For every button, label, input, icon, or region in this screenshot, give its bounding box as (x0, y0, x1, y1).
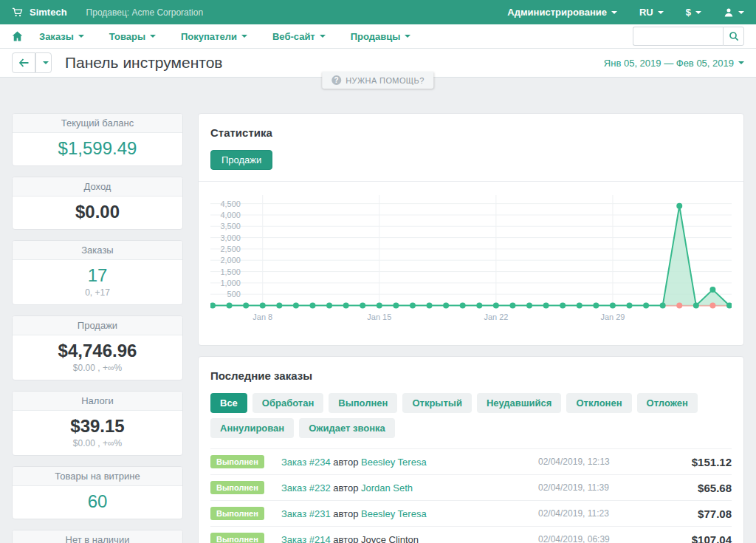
chart-toolbar: Продажи (199, 150, 743, 182)
chevron-down-icon (695, 11, 701, 14)
nav-item-website[interactable]: Веб-сайт (272, 31, 326, 42)
language-menu[interactable]: RU (639, 7, 664, 18)
order-list: ВыполненЗаказ #234 автор Beesley Teresa0… (210, 448, 732, 543)
nav-item-label: Веб-сайт (272, 31, 315, 42)
stat-card-subvalue: $0.00 , +∞% (18, 438, 176, 448)
stat-card-body: $4,746.96$0.00 , +∞% (13, 335, 182, 380)
date-range-selector[interactable]: Янв 05, 2019 — Фев 05, 2019 (604, 58, 744, 69)
user-icon (724, 7, 734, 17)
stat-card-value: 60 (18, 491, 176, 512)
stat-card-title: Нет в наличии (13, 530, 182, 543)
order-description: Заказ #232 автор Jordan Seth (281, 482, 518, 494)
nav-item-label: Заказы (39, 31, 74, 42)
sales-line-chart: 5001,0001,5002,0002,5003,0003,5004,0004,… (210, 189, 732, 333)
order-date: 02/04/2019, 11:39 (518, 482, 647, 493)
order-description: Заказ #214 автор Joyce Clinton (281, 534, 518, 543)
back-button[interactable] (12, 52, 35, 73)
home-button[interactable] (12, 31, 23, 41)
nav-item-label: Продавцы (351, 31, 401, 42)
stat-card: Заказы170, +17 (12, 240, 183, 305)
order-link[interactable]: Заказ #234 (281, 457, 331, 468)
back-button-group (12, 52, 52, 73)
stat-card: Налоги$39.15$0.00 , +∞% (12, 391, 183, 456)
chevron-down-icon (738, 11, 744, 14)
filter-open[interactable]: Открытый (402, 393, 472, 413)
nav-item-customers[interactable]: Покупатели (181, 31, 247, 42)
filter-awaiting-call[interactable]: Ожидает звонка (299, 418, 395, 438)
stat-card-title: Текущий баланс (13, 114, 182, 133)
order-date: 02/04/2019, 12:13 (518, 457, 647, 467)
page-title: Панель инструментов (65, 54, 222, 72)
nav-menu: ЗаказыТоварыПокупателиВеб-сайтПродавцы (39, 31, 410, 42)
back-dropdown-button[interactable] (35, 52, 52, 73)
recent-orders-title: Последние заказы (210, 369, 732, 382)
brand-link[interactable]: Simtech (30, 7, 67, 18)
nav-item-vendors[interactable]: Продавцы (351, 31, 411, 42)
stat-card-value: $0.00 (18, 202, 176, 222)
order-date: 02/04/2019, 11:23 (518, 508, 647, 519)
search-input[interactable] (633, 27, 723, 46)
main-column: Статистика Продажи 5001,0001,5002,0002,5… (198, 113, 744, 543)
customer-link[interactable]: Beesley Teresa (361, 508, 427, 519)
stat-card-subvalue: $0.00 , +∞% (18, 363, 176, 373)
svg-text:2,000: 2,000 (220, 256, 240, 264)
chevron-down-icon (320, 35, 326, 38)
stat-card: Нет в наличии3 (12, 530, 183, 543)
stat-card-title: Продажи (13, 316, 182, 335)
currency-menu[interactable]: $ (686, 7, 701, 18)
chevron-down-icon (150, 35, 156, 38)
chevron-down-icon (405, 35, 410, 38)
customer-link[interactable]: Jordan Seth (361, 482, 413, 494)
stat-card-subvalue: 0, +17 (18, 287, 176, 298)
order-author-label: автор (331, 457, 361, 468)
chevron-down-icon (611, 11, 617, 14)
filter-cancelled[interactable]: Аннулирован (210, 418, 294, 438)
order-status-badge: Выполнен (210, 481, 264, 494)
order-status-filters: ВсеОбработанВыполненОткрытыйНеудавшийсяО… (210, 393, 732, 438)
order-description: Заказ #231 автор Beesley Teresa (281, 508, 518, 519)
stat-card-value: 17 (18, 265, 176, 286)
svg-text:3,500: 3,500 (220, 222, 240, 230)
filter-backordered[interactable]: Отложен (637, 393, 698, 413)
statistics-panel: Статистика Продажи 5001,0001,5002,0002,5… (198, 113, 744, 346)
svg-text:Jan 15: Jan 15 (367, 313, 391, 321)
svg-text:3,000: 3,000 (220, 233, 240, 242)
svg-text:Jan 29: Jan 29 (600, 313, 625, 321)
sales-tab-button[interactable]: Продажи (210, 150, 272, 170)
user-menu[interactable] (724, 7, 744, 17)
nav-item-label: Товары (109, 31, 145, 42)
navbar: ЗаказыТоварыПокупателиВеб-сайтПродавцы (0, 24, 756, 49)
statistics-title: Статистика (210, 126, 732, 139)
order-row: ВыполненЗаказ #232 автор Jordan Seth02/0… (210, 474, 732, 500)
filter-declined[interactable]: Отклонен (566, 393, 631, 413)
topbar: Simtech Продавец: Acme Corporation Админ… (0, 0, 756, 24)
stat-card-title: Заказы (13, 241, 182, 260)
filter-complete[interactable]: Выполнен (329, 393, 397, 413)
nav-item-products[interactable]: Товары (109, 31, 156, 42)
order-link[interactable]: Заказ #232 (281, 482, 331, 494)
admin-menu[interactable]: Администрирование (507, 7, 617, 18)
order-link[interactable]: Заказ #231 (281, 508, 331, 519)
recent-orders-panel: Последние заказы ВсеОбработанВыполненОтк… (198, 356, 744, 543)
filter-failed[interactable]: Неудавшийся (477, 393, 561, 413)
stat-card-body: $0.00 (13, 197, 182, 229)
order-date: 02/04/2019, 06:39 (518, 534, 647, 543)
search-box (633, 27, 744, 46)
stat-card-body: 60 (13, 486, 182, 519)
customer-link[interactable]: Beesley Teresa (361, 457, 427, 468)
search-button[interactable] (723, 27, 744, 46)
chevron-down-icon (241, 35, 247, 38)
search-icon (729, 31, 739, 41)
stat-card-value: $4,746.96 (18, 341, 176, 361)
order-total: $151.12 (647, 456, 732, 468)
nav-item-orders[interactable]: Заказы (39, 31, 84, 42)
topbar-right: Администрирование RU $ (507, 7, 744, 18)
svg-text:4,500: 4,500 (220, 199, 240, 208)
need-help-tab[interactable]: ? НУЖНА ПОМОЩЬ? (322, 72, 433, 89)
filter-processed[interactable]: Обработан (252, 393, 323, 413)
order-link[interactable]: Заказ #214 (281, 534, 331, 543)
order-status-badge: Выполнен (210, 507, 264, 520)
filter-all[interactable]: Все (210, 393, 247, 413)
svg-text:500: 500 (227, 290, 241, 298)
stat-card: Текущий баланс$1,599.49 (12, 113, 183, 166)
